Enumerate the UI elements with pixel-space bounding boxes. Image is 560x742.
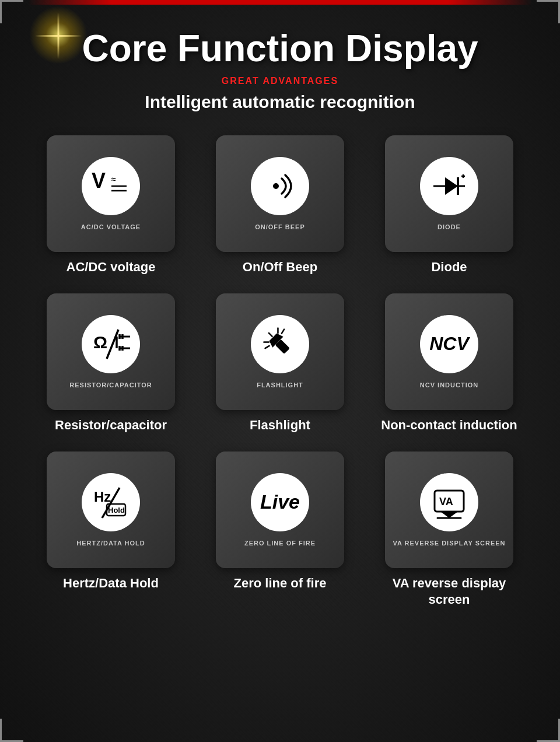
- svg-line-22: [264, 340, 268, 344]
- svg-text:VA: VA: [439, 496, 453, 508]
- icon-circle-live: Live: [251, 473, 309, 531]
- feature-label-flashlight: Flashlight: [250, 417, 310, 434]
- svg-text:Ω: Ω: [93, 332, 107, 352]
- feature-label-va: VA reverse display screen: [373, 575, 525, 608]
- feature-label-voltage: AC/DC voltage: [66, 259, 156, 276]
- icon-label-diode: DIODE: [438, 223, 461, 230]
- feature-label-live: Zero line of fire: [234, 575, 327, 592]
- icon-circle-hz: Hz Hold: [82, 473, 140, 531]
- icon-card-ncv: NCV NCV INDUCTION: [385, 293, 513, 410]
- icon-circle-flashlight: [251, 315, 309, 373]
- feature-item-diode: DIODE Diode: [373, 135, 525, 276]
- icon-card-diode: DIODE: [385, 135, 513, 252]
- svg-marker-6: [445, 177, 458, 195]
- svg-point-4: [273, 183, 279, 189]
- icon-circle-diode: [420, 157, 478, 215]
- main-content: Core Function Display GREAT ADVANTAGES I…: [0, 5, 560, 655]
- feature-label-resistor: Resistor/capacitor: [55, 417, 167, 434]
- svg-text:Hold: Hold: [108, 506, 125, 514]
- feature-item-va: VA VA REVERSE DISPLAY SCREEN VA reverse …: [373, 452, 525, 608]
- icon-label-va: VA REVERSE DISPLAY SCREEN: [393, 540, 505, 547]
- subtitle-main: Intelligent automatic recognition: [35, 92, 525, 112]
- icon-label-resistor: RESISTOR/CAPACITOR: [69, 382, 152, 388]
- top-bar: [0, 0, 560, 5]
- icon-card-resistor: Ω RESISTOR/CAPACITOR: [47, 293, 175, 410]
- svg-text:≈: ≈: [111, 174, 116, 184]
- icon-circle-voltage: V ≈: [82, 157, 140, 215]
- icon-label-beep: ON/OFF BEEP: [255, 223, 305, 230]
- icon-label-live: ZERO LINE OF FIRE: [244, 540, 316, 547]
- feature-label-ncv: Non-contact induction: [381, 417, 517, 434]
- corner-deco-bottom-right: [537, 719, 560, 742]
- icon-label-hz: HERTZ/DATA HOLD: [76, 540, 145, 547]
- icon-label-ncv: NCV INDUCTION: [420, 382, 478, 388]
- svg-marker-32: [440, 512, 458, 518]
- svg-line-23: [275, 328, 280, 332]
- svg-line-21: [269, 333, 272, 337]
- feature-label-diode: Diode: [431, 259, 467, 276]
- icon-label-voltage: AC/DC VOLTAGE: [81, 223, 141, 230]
- feature-label-hz: Hertz/Data Hold: [63, 575, 159, 592]
- icon-label-flashlight: FLASHLIGHT: [257, 382, 303, 388]
- icon-card-voltage: V ≈ AC/DC VOLTAGE: [47, 135, 175, 252]
- feature-item-voltage: V ≈ AC/DC VOLTAGE AC/DC voltage: [35, 135, 187, 276]
- svg-text:V: V: [92, 169, 106, 192]
- live-text: Live: [260, 491, 300, 513]
- icon-card-live: Live ZERO LINE OF FIRE: [216, 452, 344, 568]
- feature-item-resistor: Ω RESISTOR/CAPACITOR Resistor: [35, 293, 187, 434]
- svg-line-24: [265, 345, 270, 349]
- icon-circle-beep: [251, 157, 309, 215]
- subtitle-red: GREAT ADVANTAGES: [35, 76, 525, 86]
- feature-label-beep: On/Off Beep: [243, 259, 317, 276]
- ncv-text: NCV: [429, 333, 469, 355]
- icon-card-flashlight: FLASHLIGHT: [216, 293, 344, 410]
- icon-circle-resistor: Ω: [82, 315, 140, 373]
- corner-deco-bottom-left: [0, 719, 23, 742]
- icon-circle-va: VA: [420, 473, 478, 531]
- icon-card-hz: Hz Hold HERTZ/DATA HOLD: [47, 452, 175, 568]
- icon-card-beep: ON/OFF BEEP: [216, 135, 344, 252]
- feature-item-beep: ON/OFF BEEP On/Off Beep: [204, 135, 356, 276]
- feature-item-live: Live ZERO LINE OF FIRE Zero line of fire: [204, 452, 356, 608]
- page-title: Core Function Display: [35, 28, 525, 69]
- feature-item-hz: Hz Hold HERTZ/DATA HOLD Hertz/Data Hold: [35, 452, 187, 608]
- icon-card-va: VA VA REVERSE DISPLAY SCREEN: [385, 452, 513, 568]
- feature-item-ncv: NCV NCV INDUCTION Non-contact induction: [373, 293, 525, 434]
- feature-item-flashlight: FLASHLIGHT Flashlight: [204, 293, 356, 434]
- icon-circle-ncv: NCV: [420, 315, 478, 373]
- svg-text:Hz: Hz: [94, 489, 111, 505]
- features-grid: V ≈ AC/DC VOLTAGE AC/DC voltage: [35, 135, 525, 608]
- svg-line-25: [281, 330, 285, 334]
